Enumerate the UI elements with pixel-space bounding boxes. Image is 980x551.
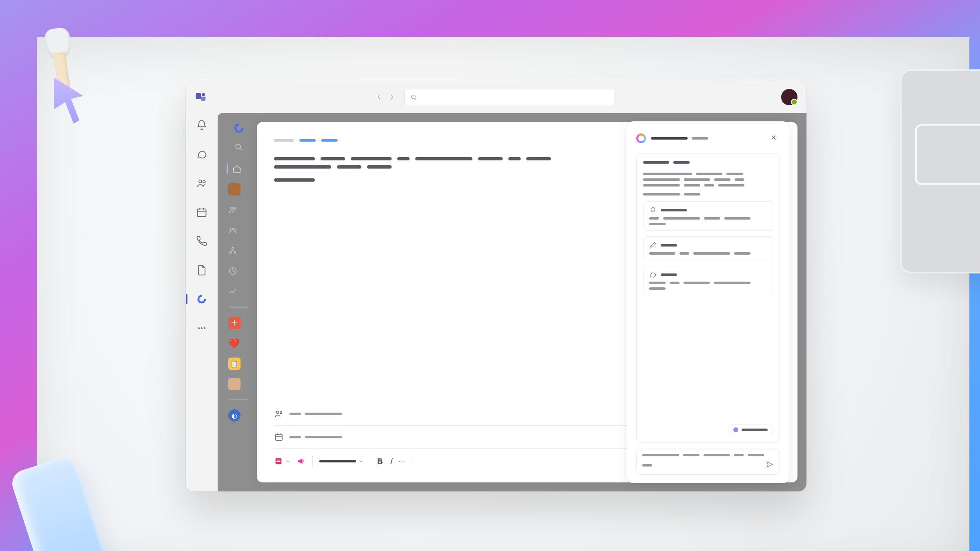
titlebar: [186, 81, 806, 113]
svg-point-19: [280, 412, 282, 414]
secondary-search[interactable]: [233, 139, 245, 155]
bold-button[interactable]: B: [377, 456, 383, 466]
search-icon: [410, 94, 417, 100]
svg-point-12: [230, 228, 233, 231]
pencil-decor: [9, 455, 114, 551]
rail-teams-icon[interactable]: [194, 176, 209, 191]
svg-point-7: [201, 327, 203, 329]
svg-point-18: [276, 411, 279, 413]
chevron-down-icon: [285, 459, 290, 464]
svg-point-11: [234, 208, 236, 210]
svg-rect-20: [276, 434, 282, 440]
secondary-item-person[interactable]: [227, 182, 251, 197]
app-rail: [186, 113, 218, 491]
secondary-app-c[interactable]: 📋: [227, 356, 251, 371]
secondary-item-insights[interactable]: [227, 263, 251, 279]
copilot-send-button[interactable]: [766, 460, 774, 470]
svg-point-3: [199, 180, 202, 183]
svg-point-2: [412, 95, 415, 99]
secondary-item-home[interactable]: [227, 161, 251, 177]
secondary-item-team[interactable]: [227, 222, 251, 238]
secondary-app-b[interactable]: ❤️: [227, 335, 251, 351]
megaphone-button[interactable]: [297, 457, 306, 466]
lightbulb-icon: [649, 207, 657, 214]
secondary-item-org[interactable]: [227, 243, 251, 258]
copilot-suggestion-chat[interactable]: [643, 266, 773, 295]
pencil-icon: [649, 242, 657, 249]
nav-forward-button[interactable]: [386, 91, 398, 103]
secondary-item-group[interactable]: [227, 202, 251, 218]
teams-logo-icon: [195, 91, 207, 103]
nav-back-button[interactable]: [373, 91, 385, 103]
svg-point-14: [232, 247, 234, 249]
copilot-suggestion-edit[interactable]: [643, 236, 773, 260]
svg-point-8: [204, 327, 205, 329]
copilot-title: [651, 137, 708, 140]
loop-brand-icon: [233, 122, 245, 134]
secondary-app-e[interactable]: ◐: [227, 408, 251, 423]
rail-loop-icon[interactable]: [194, 292, 209, 307]
textured-wall: ❤️ 📋 ◐: [37, 37, 969, 551]
font-selector[interactable]: [319, 459, 363, 464]
loop-component-button[interactable]: [274, 457, 290, 466]
copilot-panel: [627, 121, 789, 483]
calendar-icon: [274, 432, 284, 442]
secondary-app-d[interactable]: [227, 376, 251, 392]
svg-point-9: [236, 144, 241, 149]
copilot-close-button[interactable]: [768, 131, 780, 145]
svg-rect-0: [196, 93, 201, 99]
copilot-composer[interactable]: [636, 449, 780, 475]
user-avatar[interactable]: [781, 89, 797, 105]
rail-calendar-icon[interactable]: [194, 205, 209, 220]
svg-rect-5: [198, 209, 206, 217]
rail-activity-icon[interactable]: [194, 118, 209, 133]
rail-files-icon[interactable]: [194, 263, 209, 278]
chat-icon: [649, 271, 657, 278]
svg-point-4: [203, 181, 205, 183]
svg-rect-22: [276, 460, 280, 460]
svg-point-1: [202, 93, 205, 96]
secondary-sidebar: ❤️ 📋 ◐: [227, 122, 251, 482]
people-icon: [274, 409, 284, 419]
rail-chat-icon[interactable]: [194, 147, 209, 162]
search-input[interactable]: [404, 89, 615, 105]
page-content[interactable]: [274, 157, 552, 182]
svg-rect-23: [276, 461, 280, 462]
copilot-suggestion-brainstorm[interactable]: [643, 201, 773, 231]
rail-calls-icon[interactable]: [194, 234, 209, 249]
device-decor: [900, 69, 980, 273]
svg-point-10: [230, 207, 233, 209]
gradient-backdrop: ❤️ 📋 ◐: [0, 0, 980, 551]
copilot-greeting: [643, 161, 773, 196]
rail-more-icon[interactable]: [194, 321, 209, 335]
italic-button[interactable]: I: [390, 456, 392, 466]
copilot-icon: [636, 133, 646, 143]
toolbar-more-button[interactable]: ⋯: [399, 457, 405, 465]
copilot-quick-action[interactable]: [728, 424, 773, 435]
secondary-app-a[interactable]: [227, 315, 251, 331]
secondary-item-trend[interactable]: [227, 284, 251, 299]
svg-point-6: [198, 327, 200, 329]
svg-point-13: [233, 228, 236, 231]
app-window: ❤️ 📋 ◐: [186, 81, 806, 491]
